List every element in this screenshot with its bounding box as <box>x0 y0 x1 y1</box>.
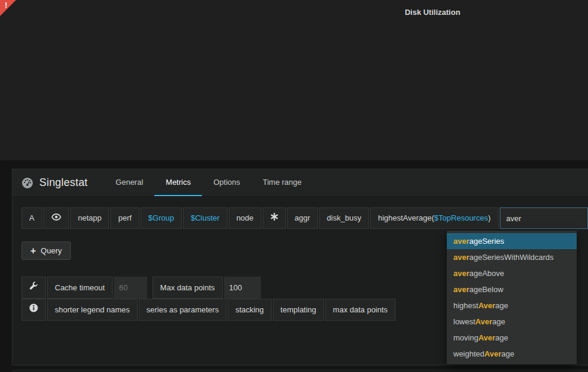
segment--cluster[interactable]: $Cluster <box>183 207 227 229</box>
autocomplete-item-highestaverage[interactable]: highestAverage <box>447 297 577 314</box>
autocomplete-item-averagebelow[interactable]: averageBelow <box>447 281 577 297</box>
segment--group[interactable]: $Group <box>141 207 182 229</box>
help-link-stacking[interactable]: stacking <box>228 299 272 321</box>
segment-perf[interactable]: perf <box>110 207 139 229</box>
panel-type: Singlestat <box>21 169 88 196</box>
cache-timeout-input[interactable] <box>114 277 147 299</box>
segment-wrench[interactable] <box>21 277 46 299</box>
autocomplete-item-weightedaverage[interactable]: weightedAverage <box>447 346 577 362</box>
tab-general[interactable]: General <box>104 169 154 196</box>
segment-info[interactable] <box>21 299 46 321</box>
tab-time-range[interactable]: Time range <box>251 169 313 196</box>
asterisk-icon <box>270 208 278 228</box>
autocomplete-item-averageserieswithwildcards[interactable]: averageSeriesWithWildcards <box>447 249 577 265</box>
function-name: highestAverage( <box>378 213 434 222</box>
panel-title[interactable]: Disk Utilization <box>405 8 460 17</box>
spacer <box>148 277 153 299</box>
segment-aggr[interactable]: aggr <box>287 207 318 229</box>
segment-asterisk-icon[interactable] <box>263 207 286 229</box>
segment-function[interactable]: highestAverage($TopResources) <box>370 207 498 229</box>
add-query-button[interactable]: +Query <box>21 241 71 260</box>
tab-metrics[interactable]: Metrics <box>154 169 202 196</box>
autocomplete-dropdown: averageSeriesaverageSeriesWithWildcardsa… <box>447 231 577 364</box>
autocomplete-item-averageseries[interactable]: averageSeries <box>447 233 577 249</box>
add-query-label: Query <box>41 246 61 255</box>
segment-netapp[interactable]: netapp <box>70 207 110 229</box>
info-icon <box>29 299 38 320</box>
panel-error-exclamation: ! <box>5 1 7 10</box>
help-link-shorter-legend-names[interactable]: shorter legend names <box>47 299 138 321</box>
editor-tabs: GeneralMetricsOptionsTime range <box>104 169 313 196</box>
editor-tabbar: Singlestat GeneralMetricsOptionsTime ran… <box>13 169 588 197</box>
autocomplete-item-lowestaverage[interactable]: lowestAverage <box>447 314 577 330</box>
query-refid[interactable]: A <box>21 207 42 229</box>
cache-timeout-label: Cache timeout <box>47 277 113 299</box>
gauge-icon <box>21 177 33 189</box>
tab-options[interactable]: Options <box>202 169 251 196</box>
query-options-row: Cache timeout Max data points <box>21 277 262 299</box>
metric-segment-input[interactable] <box>500 207 588 229</box>
panel-error-corner-icon[interactable] <box>0 0 16 16</box>
eye-icon <box>51 208 61 228</box>
segment-node[interactable]: node <box>229 207 262 229</box>
query-row: Anetappperf$Group$Clusternodeaggrdisk_bu… <box>21 207 587 229</box>
max-data-points-input[interactable] <box>224 277 261 299</box>
max-data-points-label: Max data points <box>153 277 223 299</box>
segment-eye-icon[interactable] <box>43 207 69 229</box>
help-link-templating[interactable]: templating <box>273 299 324 321</box>
help-links-row: shorter legend namesseries as parameters… <box>21 299 397 321</box>
help-link-series-as-parameters[interactable]: series as parameters <box>139 299 226 321</box>
segment-disk-busy[interactable]: disk_busy <box>319 207 369 229</box>
autocomplete-item-movingaverage[interactable]: movingAverage <box>447 330 577 346</box>
plus-icon: + <box>30 246 41 256</box>
help-link-max-data-points[interactable]: max data points <box>325 299 396 321</box>
autocomplete-item-averageabove[interactable]: averageAbove <box>447 265 577 281</box>
function-name: ) <box>488 213 490 222</box>
next-row-edge <box>12 369 588 372</box>
wrench-icon <box>29 277 38 298</box>
function-arg-variable: $TopResources <box>434 213 488 222</box>
panel-type-label: Singlestat <box>39 176 88 189</box>
dashboard-panel: ! Disk Utilization <box>0 0 588 160</box>
